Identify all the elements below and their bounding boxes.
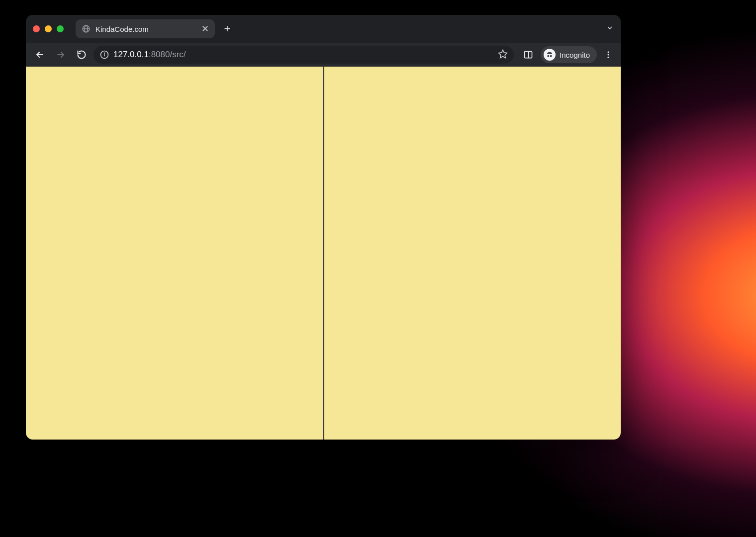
url-host: 127.0.0.1 (113, 50, 149, 60)
content-vertical-divider (323, 67, 324, 440)
new-tab-button[interactable]: + (220, 21, 235, 36)
tab-strip: KindaCode.com ✕ + (26, 15, 621, 43)
plus-icon: + (224, 22, 231, 35)
url-text: 127.0.0.1:8080/src/ (113, 50, 494, 60)
content-left-pane (26, 67, 323, 440)
address-bar[interactable]: 127.0.0.1:8080/src/ (94, 46, 514, 64)
url-path: :8080/src/ (149, 50, 186, 60)
incognito-icon (544, 49, 556, 61)
svg-point-15 (608, 57, 609, 58)
site-info-icon[interactable] (99, 50, 109, 60)
back-button[interactable] (31, 46, 49, 64)
side-panel-button[interactable] (520, 46, 537, 63)
svg-point-7 (104, 53, 105, 53)
incognito-indicator[interactable]: Incognito (541, 46, 597, 63)
content-right-pane (323, 67, 621, 440)
svg-marker-8 (499, 50, 507, 58)
window-close-button[interactable] (33, 25, 40, 32)
window-minimize-button[interactable] (45, 25, 52, 32)
browser-window: KindaCode.com ✕ + 127.0.0.1:8080/ (26, 15, 621, 440)
svg-point-14 (608, 54, 609, 56)
browser-tab[interactable]: KindaCode.com ✕ (76, 19, 215, 38)
forward-button[interactable] (52, 46, 70, 64)
close-tab-icon[interactable]: ✕ (201, 24, 209, 33)
tab-search-button[interactable] (606, 24, 614, 34)
window-zoom-button[interactable] (57, 25, 64, 32)
side-panel-icon (523, 50, 533, 60)
bookmark-button[interactable] (498, 49, 508, 61)
toolbar-right: Incognito (517, 46, 616, 63)
chrome-menu-button[interactable] (601, 46, 616, 63)
tab-title: KindaCode.com (95, 25, 196, 33)
toolbar: 127.0.0.1:8080/src/ Incognito (26, 43, 621, 67)
svg-point-13 (608, 51, 609, 53)
incognito-label: Incognito (560, 51, 590, 59)
globe-icon (82, 24, 91, 33)
reload-button[interactable] (73, 46, 91, 64)
window-controls (33, 25, 64, 32)
svg-point-12 (550, 55, 552, 57)
svg-point-11 (547, 55, 549, 57)
page-viewport (26, 67, 621, 440)
kebab-icon (604, 50, 613, 59)
